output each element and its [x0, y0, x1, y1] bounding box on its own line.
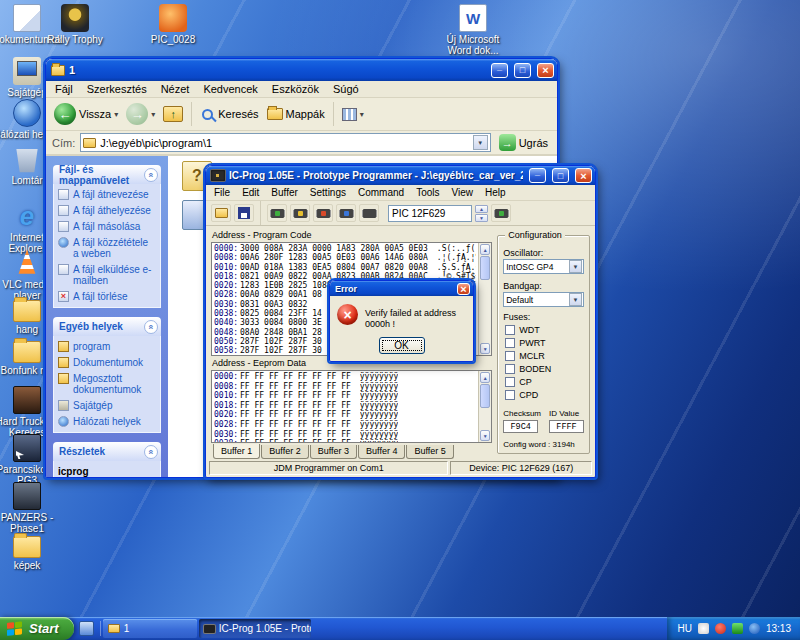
verify-chip-button[interactable]: [336, 204, 356, 222]
task-publish-file[interactable]: A fájl közzététele a weben: [58, 237, 156, 259]
dropdown-arrow-icon[interactable]: [569, 293, 582, 306]
menu-buffer[interactable]: Buffer: [265, 186, 304, 199]
place-program[interactable]: program: [58, 341, 156, 352]
desktop-icon-word-doc[interactable]: Új Microsoft Word dok...: [438, 4, 508, 56]
scrollbar-thumb[interactable]: [480, 384, 490, 408]
collapse-chevron-icon[interactable]: [144, 320, 158, 334]
checkbox-icon[interactable]: [505, 364, 515, 374]
details-header[interactable]: Részletek: [53, 442, 161, 461]
task-email-file[interactable]: A fájl elküldése e-mailben: [58, 264, 156, 286]
place-halozati-helyek[interactable]: Hálózati helyek: [58, 416, 156, 427]
tab-buffer-3[interactable]: Buffer 3: [310, 445, 357, 459]
fuse-mclr[interactable]: MCLR: [505, 351, 584, 361]
task-move-file[interactable]: A fájl áthelyezése: [58, 205, 156, 216]
address-input[interactable]: J:\egyéb\pic\program\1: [80, 133, 490, 152]
fuse-cp[interactable]: CP: [505, 377, 584, 387]
menu-help[interactable]: Help: [479, 186, 512, 199]
tab-buffer-4[interactable]: Buffer 4: [358, 445, 405, 459]
back-button[interactable]: Vissza▾: [51, 101, 121, 127]
read-chip-button[interactable]: [267, 204, 287, 222]
other-places-header[interactable]: Egyéb helyek: [53, 317, 161, 336]
desktop-icon-kepek[interactable]: képek: [0, 531, 62, 571]
hardware-settings-button[interactable]: [491, 204, 511, 222]
save-button[interactable]: [234, 204, 254, 222]
fuse-cpd[interactable]: CPD: [505, 390, 584, 400]
error-dialog-titlebar[interactable]: Error: [330, 281, 473, 296]
start-button[interactable]: Start: [0, 617, 74, 640]
desktop-icon-panzers[interactable]: PANZERS - Phase1: [0, 482, 62, 534]
collapse-chevron-icon[interactable]: [144, 168, 158, 182]
bandgap-select[interactable]: Default: [503, 292, 584, 307]
icprog-titlebar[interactable]: IC-Prog 1.05E - Prototype Programmer - J…: [206, 166, 595, 185]
clock[interactable]: 13:13: [766, 623, 791, 634]
folders-button[interactable]: Mappák: [264, 106, 328, 122]
osc-select[interactable]: IntOSC GP4: [503, 259, 584, 274]
device-spinner[interactable]: [475, 205, 488, 222]
quick-launch-icon[interactable]: [79, 621, 94, 636]
taskbar-item-icprog[interactable]: IC-Prog 1.05E - Proto...: [199, 619, 311, 638]
desktop-icon-pic-0028[interactable]: PIC_0028: [138, 4, 208, 45]
language-indicator[interactable]: HU: [678, 623, 692, 634]
menu-settings[interactable]: Settings: [304, 186, 352, 199]
checkbox-icon[interactable]: [505, 390, 515, 400]
scrollbar-thumb[interactable]: [480, 256, 490, 280]
menu-tools[interactable]: Tools: [410, 186, 445, 199]
menu-tools[interactable]: Eszközök: [265, 82, 326, 96]
scroll-up-icon[interactable]: [480, 372, 490, 383]
close-button[interactable]: [575, 168, 592, 183]
task-rename-file[interactable]: A fájl átnevezése: [58, 189, 156, 200]
program-code-scrollbar[interactable]: [478, 243, 491, 355]
fuse-boden[interactable]: BODEN: [505, 364, 584, 374]
scroll-down-icon[interactable]: [480, 430, 490, 441]
up-button[interactable]: [160, 104, 186, 124]
erase-chip-button[interactable]: [313, 204, 333, 222]
maximize-button[interactable]: [552, 168, 569, 183]
ok-button[interactable]: OK: [379, 337, 425, 354]
menu-file[interactable]: Fájl: [48, 82, 80, 96]
place-sajatgep[interactable]: Sajátgép: [58, 400, 156, 411]
menu-view[interactable]: View: [446, 186, 480, 199]
file-ops-header[interactable]: Fájl- és mappaművelet: [53, 165, 161, 184]
fuse-pwrt[interactable]: PWRT: [505, 338, 584, 348]
desktop-icon-rally-trophy[interactable]: Rally Trophy: [40, 4, 110, 45]
menu-view[interactable]: Nézet: [154, 82, 197, 96]
dropdown-arrow-icon[interactable]: [569, 260, 582, 273]
taskbar-item-explorer[interactable]: 1: [103, 619, 197, 638]
program-chip-button[interactable]: [290, 204, 310, 222]
blank-check-button[interactable]: [359, 204, 379, 222]
forward-button[interactable]: ▾: [123, 101, 158, 127]
tray-status-icon[interactable]: [732, 623, 743, 634]
fuse-wdt[interactable]: WDT: [505, 325, 584, 335]
maximize-button[interactable]: [514, 63, 531, 78]
device-select[interactable]: PIC 12F629: [388, 205, 472, 222]
tab-buffer-1[interactable]: Buffer 1: [213, 444, 260, 459]
open-file-button[interactable]: [211, 204, 231, 222]
checkbox-icon[interactable]: [505, 351, 515, 361]
minimize-button[interactable]: [529, 168, 546, 183]
tray-network-icon[interactable]: [749, 623, 760, 634]
menu-help[interactable]: Súgó: [326, 82, 366, 96]
eeprom-grid[interactable]: 0000:FF FF FF FF FF FF FF FFÿÿÿÿÿÿÿÿ 000…: [211, 370, 492, 443]
tab-buffer-2[interactable]: Buffer 2: [261, 445, 308, 459]
address-dropdown-button[interactable]: [473, 135, 488, 150]
checkbox-icon[interactable]: [505, 377, 515, 387]
close-button[interactable]: [457, 283, 470, 295]
place-megosztott[interactable]: Megosztott dokumentumok: [58, 373, 156, 395]
menu-favorites[interactable]: Kedvencek: [196, 82, 264, 96]
task-copy-file[interactable]: A fájl másolása: [58, 221, 156, 232]
checkbox-icon[interactable]: [505, 325, 515, 335]
minimize-button[interactable]: [491, 63, 508, 78]
collapse-chevron-icon[interactable]: [144, 445, 158, 459]
explorer-titlebar[interactable]: 1: [46, 59, 557, 81]
menu-file[interactable]: File: [208, 186, 236, 199]
tray-antivirus-icon[interactable]: [715, 623, 726, 634]
checkbox-icon[interactable]: [505, 338, 515, 348]
search-button[interactable]: Keresés: [197, 105, 261, 124]
menu-command[interactable]: Command: [352, 186, 410, 199]
close-button[interactable]: [537, 63, 554, 78]
place-dokumentumok[interactable]: Dokumentumok: [58, 357, 156, 368]
scroll-down-icon[interactable]: [480, 343, 490, 354]
views-button[interactable]: ▾: [339, 106, 367, 123]
task-delete-file[interactable]: A fájl törlése: [58, 291, 156, 302]
eeprom-scrollbar[interactable]: [478, 371, 491, 442]
